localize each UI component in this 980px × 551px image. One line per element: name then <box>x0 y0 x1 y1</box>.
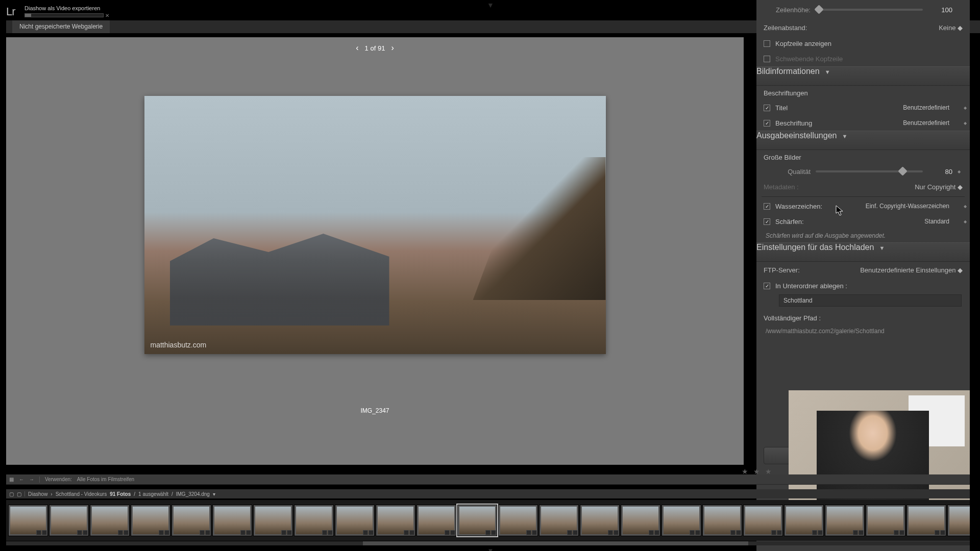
export-task-label: Diashow als Video exportieren <box>24 5 100 11</box>
thumbnail[interactable] <box>416 505 456 536</box>
image-caption: IMG_2347 <box>360 407 389 414</box>
dropdown-icon[interactable]: ◆ <box>964 106 967 110</box>
watermark-label: Wasserzeichen: <box>775 203 822 210</box>
thumbnail[interactable] <box>784 505 824 536</box>
row-height-slider[interactable] <box>816 9 923 11</box>
floating-header-checkbox <box>764 56 770 62</box>
thumbnail[interactable] <box>294 505 334 536</box>
sharpen-label: Schärfen: <box>775 218 804 226</box>
title-label: Titel <box>775 104 788 112</box>
thumbnail[interactable] <box>253 505 293 536</box>
collapse-icon[interactable]: ▼ <box>842 133 847 139</box>
crumb-count: 91 Fotos <box>110 491 131 497</box>
filmstrip[interactable] <box>6 500 970 541</box>
labels-heading: Beschriftungen <box>756 86 970 100</box>
watermark-text: matthiasbutz.com <box>151 341 207 349</box>
dropdown-icon[interactable]: ◆ <box>958 266 963 274</box>
filmstrip-breadcrumb: ▢ ▢ Diashow› Schottland - Videokurs 91 F… <box>6 489 970 498</box>
crumb-collection[interactable]: Schottland - Videokurs <box>56 491 107 497</box>
quality-label: Qualität <box>764 168 811 176</box>
thumbnail[interactable] <box>825 505 865 536</box>
crumb-selected: 1 ausgewählt <box>138 491 168 497</box>
sharpen-checkbox[interactable]: ✓ <box>764 218 770 225</box>
thumbnail[interactable] <box>866 505 905 536</box>
secondary-display-icon-2[interactable]: ▢ <box>17 491 21 497</box>
thumbnail[interactable] <box>906 505 946 536</box>
dropdown-icon[interactable]: ◆ <box>964 219 967 224</box>
thumbnail[interactable] <box>49 505 89 536</box>
prev-page-icon[interactable]: ‹ <box>356 43 358 53</box>
panel-drag-handle-bottom[interactable]: ▼ <box>487 547 493 551</box>
section-image-info[interactable]: Bildinformationen▼ <box>756 66 970 86</box>
full-path-label: Vollständiger Pfad : <box>756 311 970 325</box>
secondary-display-icon[interactable]: ▢ <box>9 491 14 497</box>
caption-checkbox[interactable]: ✓ <box>764 120 770 127</box>
row-spacing-value[interactable]: Keine <box>939 24 955 32</box>
caption-value[interactable]: Benutzerdefiniert <box>903 119 949 127</box>
export-progress <box>24 13 104 17</box>
dropdown-icon[interactable]: ◆ <box>958 24 963 32</box>
crumb-module[interactable]: Diashow <box>28 491 47 497</box>
use-filter[interactable]: Alle Fotos im Filmstreifen <box>77 477 134 482</box>
dropdown-icon[interactable]: ◆ <box>958 183 963 191</box>
quality-slider[interactable] <box>816 170 923 172</box>
quality-value[interactable]: 80 <box>928 168 952 176</box>
filmstrip-toolbar: ▦ ← → Verwenden: Alle Fotos im Filmstrei… <box>6 474 970 485</box>
section-output[interactable]: Ausgabeeinstellungen▼ <box>756 131 970 150</box>
thumbnail[interactable] <box>90 505 130 536</box>
show-header-label: Kopfzeile anzeigen <box>775 40 831 47</box>
thumbnail[interactable] <box>498 505 538 536</box>
thumbnail[interactable] <box>131 505 170 536</box>
sharpen-note: Schärfen wird auf die Ausgabe angewendet… <box>756 229 970 242</box>
app-logo: Lr <box>6 5 15 18</box>
thumbnail[interactable] <box>212 505 252 536</box>
dropdown-icon[interactable]: ◆ <box>964 204 967 209</box>
watermark-checkbox[interactable]: ✓ <box>764 203 770 210</box>
export-cancel-icon[interactable]: ✕ <box>105 13 109 18</box>
thumbnail[interactable] <box>539 505 579 536</box>
preview-area: ‹ 1 of 91 › matthiasbutz.com IMG_2347 <box>6 37 744 465</box>
thumbnail[interactable] <box>172 505 211 536</box>
thumbnail[interactable] <box>457 505 497 536</box>
title-value[interactable]: Benutzerdefiniert <box>903 104 949 111</box>
collapse-icon[interactable]: ▼ <box>879 245 885 251</box>
subfolder-checkbox[interactable]: ✓ <box>764 283 770 289</box>
row-height-value[interactable]: 100 <box>928 6 952 14</box>
page-indicator: 1 of 91 <box>365 44 385 52</box>
thumbnail[interactable] <box>662 505 701 536</box>
floating-header-label: Schwebende Kopfzeile <box>775 55 843 63</box>
thumbnail[interactable] <box>702 505 742 536</box>
thumbnail[interactable] <box>947 505 970 536</box>
use-label: Verwenden: <box>45 477 72 482</box>
dropdown-icon[interactable]: ◆ <box>964 121 967 126</box>
nav-back-icon[interactable]: ← <box>19 477 24 482</box>
stepper-icon[interactable]: ◆ <box>958 169 963 174</box>
preview-image[interactable]: matthiasbutz.com <box>144 96 606 354</box>
thumbnail[interactable] <box>335 505 375 536</box>
subfolder-input[interactable]: Schottland <box>779 294 962 307</box>
row-spacing-label: Zeilenabstand: <box>764 24 807 32</box>
nav-fwd-icon[interactable]: → <box>29 477 34 482</box>
metadata-label: Metadaten : <box>764 183 799 191</box>
next-page-icon[interactable]: › <box>391 43 394 53</box>
caption-label: Beschriftung <box>775 119 812 127</box>
thumbnail[interactable] <box>621 505 660 536</box>
row-height-label: Zeilenhöhe: <box>764 6 811 14</box>
show-header-checkbox[interactable] <box>764 40 770 47</box>
thumbnail[interactable] <box>8 505 48 536</box>
thumbnail[interactable] <box>580 505 620 536</box>
section-upload[interactable]: Einstellungen für das Hochladen▼ <box>756 242 970 262</box>
grid-view-icon[interactable]: ▦ <box>9 477 14 482</box>
watermark-value[interactable]: Einf. Copyright-Wasserzeichen <box>866 203 949 210</box>
panel-drag-handle-top[interactable]: ▼ <box>487 1 493 9</box>
collapse-icon[interactable]: ▼ <box>825 69 830 75</box>
title-checkbox[interactable]: ✓ <box>764 105 770 111</box>
metadata-value[interactable]: Nur Copyright <box>915 183 955 191</box>
filmstrip-scrollbar[interactable] <box>6 541 970 545</box>
sharpen-value[interactable]: Standard <box>924 218 949 225</box>
ftp-value[interactable]: Benutzerdefinierte Einstellungen <box>860 266 955 274</box>
thumbnail[interactable] <box>376 505 415 536</box>
thumbnail[interactable] <box>743 505 783 536</box>
tab-unsaved-gallery[interactable]: Nicht gespeicherte Webgalerie <box>12 20 110 33</box>
full-path-value: /www/matthiasbutz.com2/galerie/Schottlan… <box>756 325 970 337</box>
